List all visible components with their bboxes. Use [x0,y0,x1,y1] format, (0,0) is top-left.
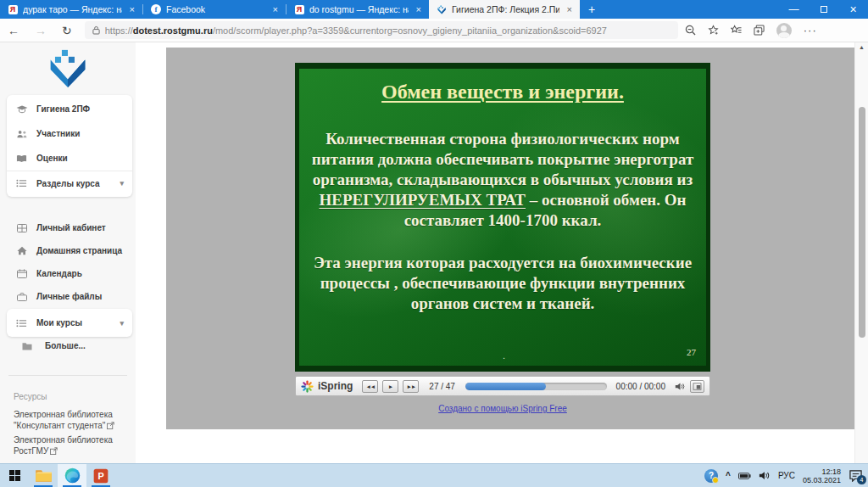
tab-facebook[interactable]: f Facebook × [143,0,286,19]
resource-link-label: Электронная библиотека РостГМУ [14,435,113,456]
sidebar-item-more[interactable]: Больше... [7,334,132,357]
restore-button[interactable] [809,0,838,19]
hidden-icons-chevron[interactable]: ^ [726,471,731,480]
favorites-bar-icon[interactable] [731,25,742,36]
address-bar[interactable]: https://dotest.rostgmu.ru/mod/scorm/play… [85,21,678,39]
forward-button: → [27,24,54,37]
language-indicator[interactable]: РУС [778,471,795,480]
sidebar-item-home[interactable]: Домашняя страница [7,239,132,262]
window-controls: — × [779,0,868,19]
taskbar-file-explorer[interactable] [29,464,58,487]
next-slide-button[interactable]: ►► [403,380,419,393]
grades-book-icon [15,154,28,163]
sidebar-item-calendar[interactable]: Календарь [7,262,132,285]
scrollbar-thumb[interactable] [859,107,865,338]
collections-icon[interactable] [754,25,765,36]
sidebar-item-grades[interactable]: Оценки [7,146,132,171]
url-text: https://dotest.rostgmu.ru/mod/scorm/play… [105,25,607,36]
restore-icon [821,6,827,13]
sidebar-item-course[interactable]: Гигиена 2ПФ [7,97,132,121]
sidebar-more: Больше... [7,334,132,357]
sidebar-item-label: Домашняя страница [36,246,122,255]
slide-background: Обмен веществ и энергии. Количественная … [299,69,706,366]
chevron-down-icon[interactable]: ▾ [120,319,124,327]
progress-bar[interactable] [465,383,607,390]
tab-close-icon[interactable]: × [565,4,575,14]
moodle-sidebar: Гигиена 2ПФ Участники Оценки [0,42,136,463]
tab-title: дурак таро — Яндекс: нашлось [23,4,122,14]
fullscreen-icon[interactable] [690,380,704,393]
sidebar-item-label: Разделы курса [36,179,100,188]
start-button[interactable] [0,464,29,487]
new-tab-button[interactable]: + [580,0,604,19]
previous-slide-button[interactable]: ◄◄ [362,380,378,393]
speaker-icon[interactable] [759,468,771,484]
resource-link-consultant[interactable]: Электронная библиотека "Консультант студ… [14,409,131,432]
close-window-button[interactable]: × [838,0,868,19]
play-button[interactable]: ► [382,380,398,393]
help-update-icon[interactable]: ? [704,469,718,483]
volume-icon[interactable] [675,382,686,391]
tab-close-icon[interactable]: × [414,4,424,14]
screen: Я дурак таро — Яндекс: нашлось × f Faceb… [0,0,868,487]
tab-close-icon[interactable]: × [270,4,281,14]
sidebar-item-dashboard[interactable]: Личный кабинет [7,216,132,239]
profile-avatar[interactable] [776,23,792,38]
tab-yandex-rostgmu[interactable]: Я do rostgmu — Яндекс: нашлос × [287,0,429,19]
ispring-free-link[interactable]: Создано с помощью iSpring Free [438,404,567,413]
briefcase-icon [15,293,28,301]
clock-time: 12:18 [803,467,841,476]
edge-icon [64,467,81,484]
ispring-footer: Создано с помощью iSpring Free [295,400,710,415]
sidebar-item-label: Личные файлы [36,292,102,301]
folder-icon [20,342,33,350]
tab-active-gigiena[interactable]: Гигиена 2ПФ: Лекция 2.Питани × [429,0,580,19]
add-favorite-icon[interactable] [708,25,719,36]
ispring-player-bar: iSpring ◄◄ ► ►► 27 / 47 00:00 / 00:00 [295,376,710,396]
tab-title: Гигиена 2ПФ: Лекция 2.Питани [452,4,559,14]
taskbar-edge[interactable] [58,464,86,487]
dashboard-icon [15,224,28,232]
zoom-out-icon[interactable] [685,25,696,36]
sidebar-nav: Личный кабинет Домашняя страница Календа… [7,216,132,308]
slide-title: Обмен веществ и энергии. [299,81,706,104]
sidebar-item-label: Мои курсы [36,318,82,327]
sidebar-divider [8,375,127,376]
page-content: Гигиена 2ПФ Участники Оценки [0,42,868,463]
player-time: 00:00 / 00:00 [616,382,665,391]
chevron-down-icon[interactable]: ▾ [120,179,124,188]
refresh-button[interactable]: ↻ [54,24,80,37]
notification-center[interactable]: 4 [849,469,863,482]
lock-icon [92,23,100,38]
sidebar-item-course-sections[interactable]: Разделы курса ▾ [7,171,132,195]
ispring-brand-label: iSpring [318,380,353,392]
tab-close-icon[interactable]: × [127,4,137,14]
sidebar-item-participants[interactable]: Участники [7,121,132,146]
sidebar-item-private-files[interactable]: Личные файлы [7,285,132,308]
settings-menu-icon[interactable]: ··· [804,24,817,36]
tab-yandex-durak[interactable]: Я дурак таро — Яндекс: нашлось × [0,0,142,19]
browser-tabbar: Я дурак таро — Яндекс: нашлось × f Faceb… [0,0,868,19]
sidebar-item-my-courses[interactable]: Мои курсы ▾ [7,311,132,335]
sidebar-item-label: Больше... [45,341,86,350]
sidebar-item-label: Участники [36,129,80,138]
page-scrollbar[interactable]: ▲ [854,42,868,463]
taskbar-powerpoint[interactable]: P [86,464,115,487]
moodle-icon [437,4,447,14]
underlined-term: НЕРЕГУЛИРУЕМЫХ ТРАТ [319,191,526,209]
home-icon [15,246,28,255]
yandex-icon: Я [8,4,18,14]
people-icon [15,130,28,138]
svg-text:P: P [97,471,103,481]
sidebar-item-label: Календарь [36,269,82,278]
minimize-button[interactable]: — [779,0,809,19]
graduation-cap-icon [15,105,28,114]
sidebar-item-label: Оценки [36,154,68,163]
resource-link-rostgmu[interactable]: Электронная библиотека РостГМУ [14,434,131,457]
back-button[interactable]: ← [0,24,27,37]
file-explorer-icon [35,468,53,483]
yandex-icon: Я [294,4,304,14]
scroll-up-arrow[interactable]: ▲ [855,44,868,50]
battery-icon[interactable] [738,468,751,484]
taskbar-clock[interactable]: 12:18 05.03.2021 [803,467,841,484]
